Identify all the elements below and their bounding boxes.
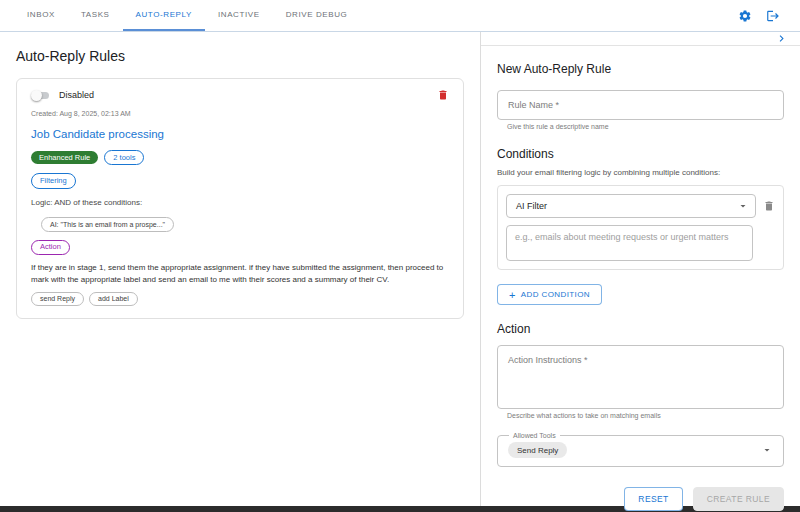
action-heading: Action: [497, 322, 784, 336]
tool-chip-add-label: add Label: [89, 292, 138, 307]
reset-button[interactable]: RESET: [624, 487, 682, 511]
action-instructions-text: If they are in stage 1, send them the ap…: [31, 262, 449, 287]
main-area: Auto-Reply Rules Disabled Created: Aug 8…: [0, 32, 800, 506]
rule-enabled-toggle[interactable]: Disabled: [31, 89, 94, 101]
condition-type-select[interactable]: AI Filter: [506, 194, 756, 218]
rule-name-input[interactable]: [497, 90, 784, 120]
collapse-panel-chevron-icon[interactable]: [775, 32, 788, 45]
toggle-switch-icon[interactable]: [31, 89, 51, 101]
condition-value-input[interactable]: [506, 225, 753, 261]
rule-name-link[interactable]: Job Candidate processing: [31, 128, 449, 140]
new-rule-form-panel: New Auto-Reply Rule Give this rule a des…: [481, 32, 800, 506]
rule-card: Disabled Created: Aug 8, 2025, 02:13 AM …: [16, 78, 464, 319]
conditions-caption: Build your email filtering logic by comb…: [497, 168, 784, 177]
dropdown-caret-icon: [737, 200, 749, 212]
logic-description: Logic: AND of these conditions:: [31, 198, 449, 207]
toggle-label: Disabled: [59, 90, 94, 100]
condition-row-card: AI Filter: [497, 185, 784, 270]
tab-drive-debug[interactable]: DRIVE DEBUG: [273, 0, 361, 31]
page-title: Auto-Reply Rules: [16, 48, 464, 64]
condition-type-value: AI Filter: [516, 201, 547, 211]
add-condition-button[interactable]: + ADD CONDITION: [497, 284, 602, 305]
allowed-tools-select[interactable]: Allowed Tools Send Reply: [497, 432, 784, 467]
delete-rule-icon[interactable]: [437, 89, 449, 101]
settings-gear-icon[interactable]: [738, 9, 752, 23]
logout-icon[interactable]: [766, 9, 780, 23]
action-helper: Describe what actions to take on matchin…: [507, 412, 784, 419]
condition-summary-chip: AI: "This is an email from a prospe...": [41, 217, 174, 232]
tool-chip-send-reply: send Reply: [31, 292, 84, 307]
enhanced-rule-badge: Enhanced Rule: [31, 151, 98, 164]
create-rule-button[interactable]: CREATE RULE: [693, 487, 784, 511]
form-title: New Auto-Reply Rule: [497, 62, 784, 76]
add-condition-label: ADD CONDITION: [521, 290, 590, 299]
tab-auto-reply[interactable]: AUTO-REPLY: [123, 0, 205, 31]
rules-list-panel: Auto-Reply Rules Disabled Created: Aug 8…: [0, 32, 481, 506]
action-instructions-input[interactable]: [497, 345, 784, 409]
remove-condition-icon[interactable]: [763, 200, 775, 212]
conditions-heading: Conditions: [497, 147, 784, 161]
rule-name-helper: Give this rule a descriptive name: [507, 123, 784, 130]
rule-created-timestamp: Created: Aug 8, 2025, 02:13 AM: [31, 110, 449, 117]
action-section-chip: Action: [31, 240, 70, 255]
tab-inbox[interactable]: INBOX: [14, 0, 68, 31]
main-tabs: INBOX TASKS AUTO-REPLY INACTIVE DRIVE DE…: [14, 0, 360, 31]
tab-inactive[interactable]: INACTIVE: [205, 0, 273, 31]
filtering-section-chip: Filtering: [31, 173, 76, 188]
plus-icon: +: [509, 292, 516, 298]
tools-count-badge: 2 tools: [104, 150, 144, 165]
allowed-tool-chip[interactable]: Send Reply: [508, 442, 567, 458]
tab-tasks[interactable]: TASKS: [68, 0, 123, 31]
dropdown-caret-icon: [761, 444, 773, 456]
allowed-tools-label: Allowed Tools: [509, 432, 560, 439]
app-top-bar: INBOX TASKS AUTO-REPLY INACTIVE DRIVE DE…: [0, 0, 800, 32]
panel-collapse-strip: [481, 32, 800, 46]
